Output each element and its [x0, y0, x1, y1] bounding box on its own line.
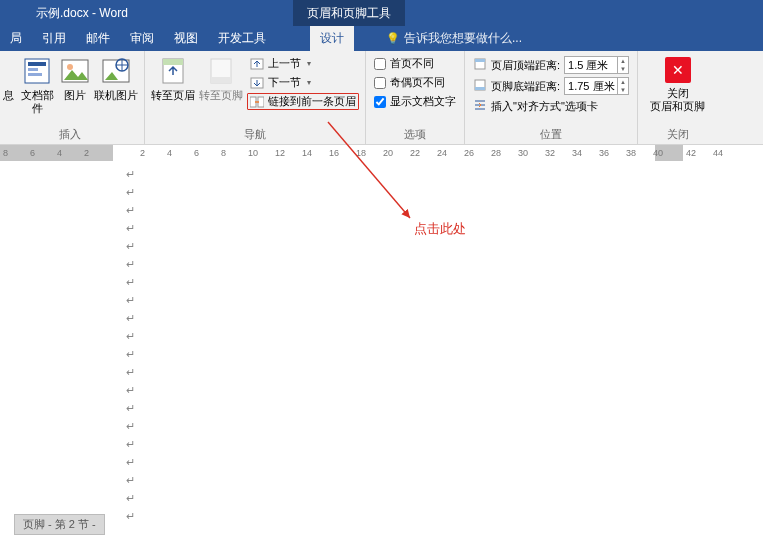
next-section-label: 下一节 — [268, 75, 301, 90]
paragraph-mark: ↵ — [118, 399, 757, 417]
close-icon: ✕ — [665, 57, 691, 83]
checkbox-first[interactable] — [374, 58, 386, 70]
different-odd-even-label: 奇偶页不同 — [390, 75, 445, 90]
picture-button[interactable]: 图片 — [58, 53, 92, 102]
spin-down-icon[interactable]: ▼ — [618, 65, 628, 73]
info-button[interactable]: 息 — [0, 53, 16, 102]
tell-me-search[interactable]: 💡 告诉我您想要做什么... — [378, 26, 530, 51]
previous-section-button[interactable]: 上一节 — [247, 55, 359, 72]
online-picture-icon — [100, 55, 132, 87]
ruler-tick: 8 — [221, 148, 226, 158]
tab-review[interactable]: 审阅 — [120, 26, 164, 51]
ruler-tick: 38 — [626, 148, 636, 158]
tell-me-placeholder: 告诉我您想要做什么... — [404, 30, 522, 47]
checkbox-oddeven[interactable] — [374, 77, 386, 89]
info-label: 息 — [3, 89, 14, 102]
goto-footer-label: 转至页脚 — [199, 89, 243, 102]
ruler-tick: 26 — [464, 148, 474, 158]
footer-bottom-value[interactable]: 1.75 厘米 — [565, 79, 617, 94]
paragraph-mark: ↵ — [118, 237, 757, 255]
online-picture-button[interactable]: 联机图片 — [92, 53, 140, 102]
svg-rect-1 — [28, 62, 46, 66]
insert-alignment-tab-button[interactable]: 插入"对齐方式"选项卡 — [473, 98, 629, 114]
ruler-tick: 8 — [3, 148, 8, 158]
tab-design[interactable]: 设计 — [310, 26, 354, 51]
link-to-previous-button[interactable]: 链接到前一条页眉 — [247, 93, 359, 110]
ruler-tick: 10 — [248, 148, 258, 158]
goto-header-icon — [157, 55, 189, 87]
link-to-previous-label: 链接到前一条页眉 — [268, 94, 356, 109]
ruler-tick: 40 — [653, 148, 663, 158]
paragraph-mark: ↵ — [118, 417, 757, 435]
close-header-footer-label: 关闭 页眉和页脚 — [650, 87, 705, 113]
ruler-tick: 42 — [686, 148, 696, 158]
tab-layout[interactable]: 局 — [0, 26, 32, 51]
header-top-value[interactable]: 1.5 厘米 — [565, 58, 617, 73]
footer-bottom-label: 页脚底端距离: — [491, 79, 560, 94]
paragraph-mark: ↵ — [118, 201, 757, 219]
spin-up-icon[interactable]: ▲ — [618, 78, 628, 86]
different-odd-even-checkbox[interactable]: 奇偶页不同 — [374, 75, 456, 90]
close-header-footer-button[interactable]: ✕ 关闭 页眉和页脚 — [642, 53, 713, 113]
group-close-label: 关闭 — [642, 125, 713, 144]
goto-footer-button: 转至页脚 — [197, 53, 245, 102]
footer-bottom-icon — [473, 78, 487, 94]
tab-references[interactable]: 引用 — [32, 26, 76, 51]
ruler-tick: 6 — [30, 148, 35, 158]
checkbox-showdoc[interactable] — [374, 96, 386, 108]
header-top-label: 页眉顶端距离: — [491, 58, 560, 73]
paragraph-mark: ↵ — [118, 183, 757, 201]
group-options-label: 选项 — [370, 125, 460, 144]
ruler-tick: 2 — [140, 148, 145, 158]
header-top-icon — [473, 57, 487, 73]
paragraph-mark: ↵ — [118, 273, 757, 291]
group-nav-label: 导航 — [149, 125, 361, 144]
svg-rect-11 — [211, 77, 231, 83]
next-section-button[interactable]: 下一节 — [247, 74, 359, 91]
paragraph-mark: ↵ — [118, 345, 757, 363]
prev-section-icon — [250, 58, 264, 70]
ruler-tick: 30 — [518, 148, 528, 158]
ruler-tick: 16 — [329, 148, 339, 158]
ruler-tick: 2 — [84, 148, 89, 158]
ruler-tick: 4 — [57, 148, 62, 158]
goto-header-button[interactable]: 转至页眉 — [149, 53, 197, 102]
footer-bottom-spinner[interactable]: 1.75 厘米 ▲▼ — [564, 77, 629, 95]
document-title: 示例.docx - Word — [0, 5, 128, 22]
different-first-page-label: 首页不同 — [390, 56, 434, 71]
group-insert-label: 插入 — [0, 125, 140, 144]
paragraph-mark: ↵ — [118, 291, 757, 309]
paragraph-mark: ↵ — [118, 471, 757, 489]
ruler-tick: 12 — [275, 148, 285, 158]
horizontal-ruler[interactable]: 8642246810121416182022242628303234363840… — [0, 145, 763, 163]
different-first-page-checkbox[interactable]: 首页不同 — [374, 56, 456, 71]
tab-view[interactable]: 视图 — [164, 26, 208, 51]
ruler-tick: 34 — [572, 148, 582, 158]
online-picture-label: 联机图片 — [94, 89, 138, 102]
paragraph-mark: ↵ — [118, 507, 757, 525]
prev-section-label: 上一节 — [268, 56, 301, 71]
paragraph-mark: ↵ — [118, 435, 757, 453]
header-top-spinner[interactable]: 1.5 厘米 ▲▼ — [564, 56, 629, 74]
tab-developer[interactable]: 开发工具 — [208, 26, 276, 51]
annotation-text: 点击此处 — [414, 220, 466, 238]
ruler-tick: 28 — [491, 148, 501, 158]
spin-up-icon[interactable]: ▲ — [618, 57, 628, 65]
align-tab-icon — [473, 98, 487, 114]
svg-rect-9 — [163, 59, 183, 65]
ribbon-tabbar: 局 引用 邮件 审阅 视图 开发工具 设计 💡 告诉我您想要做什么... — [0, 26, 763, 51]
paragraph-mark: ↵ — [118, 165, 757, 183]
svg-rect-2 — [28, 68, 38, 71]
paragraph-mark: ↵ — [118, 255, 757, 273]
show-document-text-checkbox[interactable]: 显示文档文字 — [374, 94, 456, 109]
tab-mailings[interactable]: 邮件 — [76, 26, 120, 51]
quick-parts-label: 文档部件 — [18, 89, 56, 115]
paragraph-mark: ↵ — [118, 489, 757, 507]
ruler-tick: 32 — [545, 148, 555, 158]
paragraph-mark: ↵ — [118, 363, 757, 381]
ruler-tick: 20 — [383, 148, 393, 158]
picture-icon — [59, 55, 91, 87]
ruler-tick: 18 — [356, 148, 366, 158]
quick-parts-button[interactable]: 文档部件 — [16, 53, 58, 115]
spin-down-icon[interactable]: ▼ — [618, 86, 628, 94]
